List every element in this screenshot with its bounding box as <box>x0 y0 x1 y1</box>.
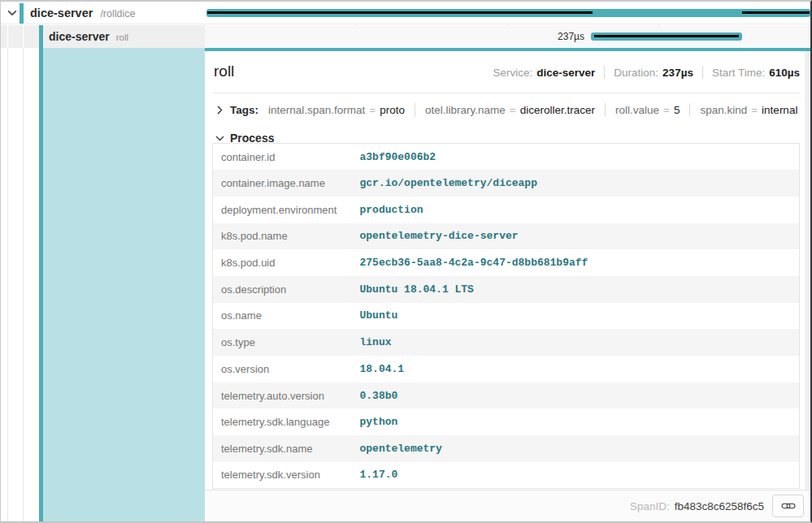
span-service-name: dice-server/rolldice <box>30 6 135 19</box>
meta-divider <box>702 66 703 79</box>
span-name-column[interactable]: dice-serverroll <box>1 25 205 48</box>
tag-list: internal.span.format = proto otel.librar… <box>268 103 797 117</box>
kv-key: telemetry.sdk.version <box>213 462 360 489</box>
kv-key: container.image.name <box>213 170 360 197</box>
indent-guide <box>23 25 24 48</box>
operation-label: roll <box>116 32 128 42</box>
kv-value: opentelemetry-dice-server <box>360 223 800 250</box>
kv-key: deployment.environment <box>213 197 360 223</box>
kv-key: telemetry.sdk.name <box>213 435 360 462</box>
span-detail-panel: roll Service: dice-server Duration: 237µ… <box>205 48 810 521</box>
tag-divider <box>415 103 415 117</box>
kv-key: container.id <box>213 144 360 171</box>
table-row: telemetry.auto.version0.38b0 <box>213 383 800 409</box>
kv-value: 1.17.0 <box>360 462 800 489</box>
tags-section-toggle[interactable]: Tags: internal.span.format = proto otel.… <box>215 98 800 121</box>
kv-value: opentelemetry <box>360 435 800 462</box>
tag-value: diceroller.tracer <box>520 104 595 116</box>
indent-guide <box>23 48 24 521</box>
service-meta-label: Service: <box>493 67 532 79</box>
process-kv-table: container.ida3bf90e006b2 container.image… <box>212 143 800 489</box>
table-row: os.version18.04.1 <box>213 356 800 383</box>
span-duration-label: 237µs <box>489 31 584 42</box>
table-row: container.image.namegcr.io/opentelemetry… <box>213 170 800 197</box>
tag-equals: = <box>510 104 516 116</box>
critical-path-segment <box>742 11 810 14</box>
starttime-meta-value: 610µs <box>769 67 800 79</box>
indent-guide <box>7 25 8 48</box>
spanid-value: fb483c8c6258f6c5 <box>675 500 764 512</box>
kv-key: os.version <box>213 356 360 383</box>
kv-value: Ubuntu 18.04.1 LTS <box>360 276 800 303</box>
meta-divider <box>604 66 605 79</box>
spanid-label: SpanID: <box>630 500 670 512</box>
table-row: deployment.environmentproduction <box>213 197 800 223</box>
span-name-column[interactable]: dice-server/rolldice <box>1 2 205 24</box>
kv-value: 18.04.1 <box>360 356 800 383</box>
kv-key: os.type <box>213 329 360 356</box>
starttime-meta-label: Start Time: <box>712 67 765 79</box>
service-meta-value: dice-server <box>536 67 595 79</box>
duration-meta-value: 237µs <box>662 67 693 79</box>
kv-value: python <box>360 408 800 435</box>
kv-key: k8s.pod.name <box>213 223 360 250</box>
kv-key: os.name <box>213 303 360 330</box>
table-row: telemetry.sdk.nameopentelemetry <box>213 435 800 462</box>
span-row-rolldice[interactable]: dice-server/rolldice <box>1 2 810 24</box>
table-row: os.descriptionUbuntu 18.04.1 LTS <box>213 276 800 303</box>
kv-value: production <box>360 197 800 223</box>
kv-value: a3bf90e006b2 <box>360 144 800 171</box>
kv-value: linux <box>360 329 800 356</box>
kv-key: os.description <box>213 276 360 303</box>
span-bar-roll[interactable] <box>591 32 742 41</box>
copy-link-button[interactable] <box>772 495 804 517</box>
jaeger-span-detail-view: dice-server/rolldice dice-serverroll 237… <box>0 0 812 523</box>
service-label: dice-server <box>30 6 93 19</box>
selected-span-highlight <box>43 48 205 521</box>
critical-path-segment <box>207 11 593 14</box>
critical-path-segment <box>594 35 739 37</box>
span-service-name: dice-serverroll <box>49 30 128 43</box>
span-bar-rolldice[interactable] <box>206 9 810 17</box>
chevron-down-icon <box>215 133 225 144</box>
kv-key: telemetry.sdk.language <box>213 408 360 435</box>
span-meta: Service: dice-server Duration: 237µs Sta… <box>493 66 800 79</box>
tag-value: internal <box>762 104 797 116</box>
table-row: os.typelinux <box>213 329 800 356</box>
span-color-bar <box>39 25 43 48</box>
table-row: k8s.pod.uid275ecb36-5aa8-4c2a-9c47-d8bb6… <box>213 249 800 276</box>
table-row: telemetry.sdk.languagepython <box>213 408 800 435</box>
kv-value: 0.38b0 <box>360 383 800 409</box>
span-color-bar <box>20 3 24 24</box>
operation-label: /rolldice <box>100 8 135 19</box>
kv-value: 275ecb36-5aa8-4c2a-9c47-d8bb681b9aff <box>360 249 800 276</box>
tag-key: span.kind <box>700 104 747 116</box>
tag-key: otel.library.name <box>425 104 506 116</box>
span-row-roll-selected[interactable]: dice-serverroll 237µs <box>1 25 810 48</box>
scrollbar[interactable] <box>805 51 810 521</box>
collapse-chevron-down-icon[interactable] <box>7 7 18 19</box>
detail-header: roll Service: dice-server Duration: 237µ… <box>213 51 800 93</box>
link-icon <box>781 499 796 513</box>
tag-key: internal.span.format <box>268 104 365 116</box>
table-row: telemetry.sdk.version1.17.0 <box>213 462 800 489</box>
trace-timeline: dice-server/rolldice dice-serverroll 237… <box>1 2 810 48</box>
span-title: roll <box>214 63 234 80</box>
table-row: k8s.pod.nameopentelemetry-dice-server <box>213 223 800 250</box>
duration-meta-label: Duration: <box>614 67 658 79</box>
tag-value: proto <box>380 104 405 116</box>
service-label: dice-server <box>49 30 110 43</box>
detail-footer: SpanID: fb483c8c6258f6c5 <box>205 490 810 521</box>
kv-value: Ubuntu <box>360 303 800 330</box>
kv-key: telemetry.auto.version <box>213 383 360 409</box>
tag-key: roll.value <box>615 104 659 116</box>
kv-value: gcr.io/opentelemetry/diceapp <box>360 170 800 197</box>
tag-equals: = <box>369 104 376 116</box>
tag-value: 5 <box>674 104 680 116</box>
tag-divider <box>689 103 690 117</box>
indent-guide <box>7 48 8 521</box>
tag-equals: = <box>751 104 758 116</box>
tag-equals: = <box>663 104 670 116</box>
table-row: os.nameUbuntu <box>213 303 800 330</box>
chevron-right-icon <box>215 105 225 115</box>
